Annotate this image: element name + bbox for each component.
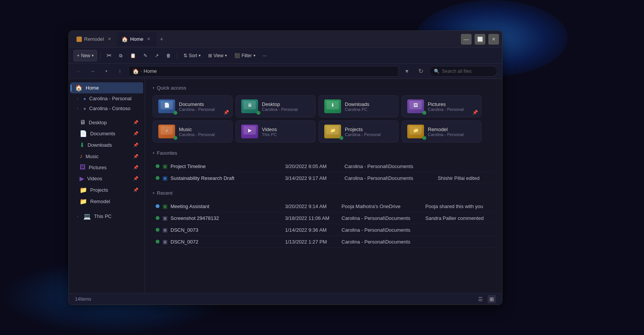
sidebar-this-pc-label: This PC <box>94 213 112 219</box>
quick-item-documents[interactable]: 📄 Documents Carolina - Personal 📌 <box>153 95 233 117</box>
remodel-icon: 📁 <box>80 198 87 205</box>
remodel-quick-sub: Carolina - Personal <box>428 132 476 137</box>
recent-chevron: ▾ <box>153 191 155 195</box>
sort-icon: ⇅ <box>183 53 187 58</box>
fav-row-project-timeline[interactable]: ▣ Project Timeline 3/20/2022 8:05 AM Car… <box>153 160 494 172</box>
projects-quick-sub: Carolina - Personal <box>345 132 393 137</box>
sidebar-item-videos[interactable]: ▶ Videos 📌 <box>70 173 143 184</box>
screenshot-file-icon: ▣ <box>163 215 167 221</box>
this-pc-expand-icon: › <box>75 214 80 219</box>
quick-access-grid: 📄 Documents Carolina - Personal 📌 🖥 <box>153 95 494 143</box>
recent-header[interactable]: ▾ Recent <box>153 190 494 196</box>
toolbar-separator-1 <box>100 52 100 59</box>
addr-dropdown-button[interactable]: ▾ <box>402 66 412 77</box>
tab-remodel[interactable]: Remodel ✕ <box>72 32 117 46</box>
up-button[interactable]: ↑ <box>115 66 125 77</box>
rename-button[interactable]: ✎ <box>140 50 150 61</box>
tab-home[interactable]: 🏠 Home ✕ <box>117 32 156 46</box>
share-button[interactable]: ↗ <box>152 50 162 61</box>
projects-quick-name: Projects <box>345 127 393 132</box>
pictures-sync-dot <box>422 111 426 115</box>
delete-button[interactable]: 🗑 <box>163 50 174 61</box>
quick-item-downloads[interactable]: ⬇ Downloads Carolina PC <box>319 95 399 117</box>
sidebar-item-projects[interactable]: 📁 Projects 📌 <box>70 184 143 196</box>
address-path[interactable]: 🏠 › Home <box>128 66 399 77</box>
sidebar-item-home[interactable]: 🏠 Home <box>70 82 143 93</box>
path-separator: › <box>140 68 142 74</box>
favorites-header[interactable]: ▾ Favorites <box>153 150 494 156</box>
videos-quick-sub: This PC <box>262 132 310 137</box>
fav-row-sustainability[interactable]: ▣ Sustainability Research Draft 3/14/202… <box>153 172 494 184</box>
quick-item-pictures[interactable]: 🖼 Pictures Carolina - Personal 📌 <box>402 95 481 117</box>
minimize-button[interactable]: — <box>461 34 472 45</box>
quick-item-remodel[interactable]: 📁 Remodel Carolina - Personal <box>402 120 481 143</box>
view-button[interactable]: ⊞ View ▾ <box>205 50 230 61</box>
quick-item-music[interactable]: ♪ Music Carolina - Personal <box>153 120 233 143</box>
new-button[interactable]: + New ▾ <box>73 50 97 61</box>
sidebar-item-downloads[interactable]: ⬇ Downloads 📌 <box>70 139 143 151</box>
recent-row-dscn0073[interactable]: ▣ DSCN_0073 1/14/2022 9:36 AM Carolina -… <box>153 224 494 236</box>
quick-item-videos[interactable]: ▶ Videos This PC <box>236 120 316 143</box>
copy-button[interactable]: ⧉ <box>116 50 126 61</box>
recent-locations-button[interactable]: ▾ <box>101 66 112 77</box>
refresh-button[interactable]: ↻ <box>415 66 426 77</box>
grid-view-button[interactable]: ⊞ <box>488 295 496 303</box>
downloads-quick-name: Downloads <box>345 101 393 107</box>
sidebar-item-pictures[interactable]: 🖼 Pictures 📌 <box>70 162 143 173</box>
videos-quick-info: Videos This PC <box>262 127 310 137</box>
favorites-label: Favorites <box>157 150 177 156</box>
tab-add-button[interactable]: + <box>156 34 167 45</box>
pictures-quick-sub: Carolina - Personal <box>428 107 476 112</box>
sidebar-item-this-pc[interactable]: › 💻 This PC <box>70 211 143 222</box>
search-box[interactable]: 🔍 Search all files <box>429 66 497 77</box>
maximize-button[interactable]: ⬜ <box>475 34 485 45</box>
meeting-assistant-row-name: ▣ Meeting Assistant <box>156 203 279 209</box>
recent-row-screenshot[interactable]: ▣ Screenshot 29478132 3/18/2022 11:06 AM… <box>153 212 494 224</box>
sustainability-sync-dot <box>156 176 159 180</box>
forward-button[interactable]: → <box>87 66 98 77</box>
sidebar-item-remodel[interactable]: 📁 Remodel <box>70 196 143 207</box>
quick-item-projects[interactable]: 📁 Projects Carolina - Personal <box>319 120 399 143</box>
sidebar-item-documents[interactable]: 📄 Documents 📌 <box>70 128 143 139</box>
remodel-quick-info: Remodel Carolina - Personal <box>428 127 476 137</box>
favorites-table: ▣ Project Timeline 3/20/2022 8:05 AM Car… <box>153 160 494 184</box>
screenshot-sync-dot <box>156 216 159 220</box>
downloads-pin-icon: 📌 <box>133 143 139 147</box>
recent-row-meeting-assistant[interactable]: ▣ Meeting Assistant 3/20/2022 9:14 AM Po… <box>153 200 494 212</box>
tab-remodel-close[interactable]: ✕ <box>106 36 112 42</box>
desktop-folder-icon: 🖥 <box>241 99 258 113</box>
close-button[interactable]: ✕ <box>488 34 499 45</box>
recent-row-dscn0072[interactable]: ▣ DSCN_0072 1/13/2022 1:27 PM Carolina -… <box>153 236 494 248</box>
recent-table: ▣ Meeting Assistant 3/20/2022 9:14 AM Po… <box>153 200 494 248</box>
desktop-sync-dot <box>257 111 260 115</box>
sustainability-date: 3/14/2022 9:17 AM <box>282 172 341 184</box>
list-view-button[interactable]: ☰ <box>476 295 485 303</box>
view-dropdown-icon: ▾ <box>225 53 227 58</box>
quick-access-label: Quick access <box>157 85 186 91</box>
more-button[interactable]: ··· <box>260 50 270 61</box>
screenshot-location: Carolina - Personal\Documents <box>338 212 422 224</box>
pictures-pin-icon: 📌 <box>133 165 139 170</box>
dscn0073-name: DSCN_0073 <box>171 227 198 233</box>
paste-button[interactable]: 📋 <box>127 50 139 61</box>
cut-button[interactable]: ✂ <box>104 50 115 61</box>
sidebar-item-music[interactable]: ♪ Music 📌 <box>70 151 143 162</box>
sustainability-name: Sustainability Research Draft <box>171 175 234 181</box>
pictures-quick-info: Pictures Carolina - Personal <box>428 101 476 112</box>
quick-access-header[interactable]: ▾ Quick access <box>153 85 494 91</box>
sidebar-music-label: Music <box>86 154 99 159</box>
sidebar-item-desktop[interactable]: 🖥 Desktop 📌 <box>70 117 143 128</box>
documents-pin-icon: 📌 <box>133 131 139 136</box>
item-count: 14 <box>75 297 80 302</box>
remodel-folder-icon: 📁 <box>407 125 424 138</box>
sidebar-item-carolina-personal[interactable]: › ● Carolina - Personal <box>70 94 143 103</box>
sort-button[interactable]: ⇅ Sort ▾ <box>180 50 204 61</box>
documents-icon: 📄 <box>80 130 87 137</box>
remodel-quick-name: Remodel <box>428 127 476 132</box>
tab-home-close[interactable]: ✕ <box>146 36 152 42</box>
fav-row-sustainability-name: ▣ Sustainability Research Draft <box>156 175 279 181</box>
back-button[interactable]: ← <box>73 66 84 77</box>
sidebar-item-carolina-contoso[interactable]: › ● Carolina - Contoso <box>70 104 143 113</box>
quick-item-desktop[interactable]: 🖥 Desktop Carolina - Personal <box>236 95 316 117</box>
filter-button[interactable]: ⬛ Filter ▾ <box>231 50 258 61</box>
